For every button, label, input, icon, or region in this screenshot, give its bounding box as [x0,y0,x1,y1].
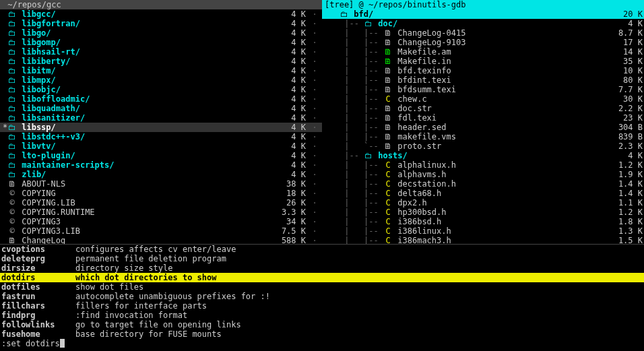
tree-branch: | |-- [340,28,383,38]
file-row[interactable]: | |-- 🗎 ChangeLog-04158.7 K [322,28,644,38]
option-row[interactable]: dotfilesshow dot files [0,282,644,292]
c-file-icon: C [383,217,393,226]
file-row[interactable]: | |-- C chew.c30 K [322,94,644,104]
file-size: 8.7 K [604,28,644,38]
tag-marker [3,198,7,208]
option-row[interactable]: followlinksgo to target file on opening … [0,320,644,329]
folder-icon: 🗀 [7,94,17,104]
file-row[interactable]: 🗀 libgomp/4 K · [0,38,322,47]
file-row[interactable]: © COPYING.LIB26 K · [0,198,322,208]
file-size: 1.4 K [604,189,644,198]
file-row[interactable]: © COPYING.RUNTIME3.3 K · [0,208,322,217]
file-row[interactable]: | |-- 🗎 bfd.texinfo10 K [322,66,644,75]
file-row[interactable]: 🗀 libobjc/4 K · [0,85,322,94]
option-row[interactable]: dotdirswhich dot directories to show [0,273,644,282]
file-row[interactable]: © COPYING3.LIB7.5 K · [0,226,322,236]
tag-marker [3,75,7,85]
file-name: zlib/ [17,170,267,179]
file-name: maintainer-scripts/ [17,160,267,170]
file-row[interactable]: 🗀 libvtv/4 K · [0,141,322,151]
tree-branch: | |-- [340,132,383,141]
option-row[interactable]: fusehomebase directory for FUSE mounts [0,329,644,339]
file-row[interactable]: | `-- 🗎 proto.str2.3 K [322,141,644,151]
file-row[interactable]: | |-- C alphalinux.h1.2 K [322,160,644,170]
file-row[interactable]: 🗀 libquadmath/4 K · [0,104,322,113]
file-row[interactable]: | |-- C i386mach3.h1.5 K [322,236,644,244]
file-name: liboffloadmic/ [17,94,267,104]
command-line[interactable]: :set dotdirs [0,339,644,348]
folder-icon: 🗀 [7,123,17,132]
file-row[interactable]: *🗀 libssp/4 K · [0,123,322,132]
file-row[interactable]: 🗀 libmpx/4 K · [0,75,322,85]
file-row[interactable]: 🗀 libgcc/4 K · [0,9,322,19]
file-name: i386bsd.h [393,217,604,226]
right-pane[interactable]: [tree] @ ~/repos/binutils-gdb 🗀 bfd/20 K… [322,0,644,244]
file-name: libhsail-rt/ [17,47,267,57]
folder-icon: 🗀 [7,75,17,85]
file-row[interactable]: © COPYING18 K · [0,189,322,198]
pane-divider-dot: · [307,47,322,57]
file-row[interactable]: | |-- 🗎 fdl.texi23 K [322,113,644,123]
pane-divider-dot: · [307,151,322,160]
file-name: libvtv/ [17,141,267,151]
file-row[interactable]: 🗀 libstdc++-v3/4 K · [0,132,322,141]
c-file-icon: C [383,226,393,236]
pane-divider-dot: · [307,236,322,244]
file-row[interactable]: 🗀 zlib/4 K · [0,170,322,179]
file-row[interactable]: | |-- 🗎 makefile.vms839 B [322,132,644,141]
file-row[interactable]: | |-- C i386bsd.h1.8 K [322,217,644,226]
file-icon: 🗎 [383,85,393,94]
option-row[interactable]: fillcharsfillers for interface parts [0,301,644,311]
file-row[interactable]: 🗀 libhsail-rt/4 K · [0,47,322,57]
file-row[interactable]: 🗎 ABOUT-NLS38 K · [0,179,322,189]
file-row[interactable]: 🗀 bfd/20 K [322,9,644,19]
option-desc: go to target file on opening links [75,320,241,329]
file-row[interactable]: | |-- C hp300bsd.h1.2 K [322,208,644,217]
file-size: 30 K [604,94,644,104]
file-row[interactable]: | |-- 🗎 bfdint.texi80 K [322,75,644,85]
file-row[interactable]: © COPYING334 K · [0,217,322,226]
file-row[interactable]: | |-- 🗎 ChangeLog-910317 K [322,38,644,47]
file-row[interactable]: 🗀 libgo/4 K · [0,28,322,38]
file-row[interactable]: | |-- 🗎 bfdsumm.texi7.7 K [322,85,644,94]
c-file-icon: C [383,189,393,198]
file-row[interactable]: 🗀 libsanitizer/4 K · [0,113,322,123]
file-row[interactable]: | |-- 🗎 doc.str2.2 K [322,104,644,113]
file-name: makefile.vms [393,132,604,141]
tag-marker [3,217,7,226]
tag-marker: * [3,123,7,132]
option-row[interactable]: deleteprgpermanent file deletion program [0,254,644,263]
file-row[interactable]: |-- 🗀 hosts/4 K [322,151,644,160]
file-row[interactable]: 🗀 lto-plugin/4 K · [0,151,322,160]
file-row[interactable]: 🗀 libiberty/4 K · [0,57,322,66]
file-row[interactable]: | |-- 🗎 Makefile.am14 K [322,47,644,57]
option-row[interactable]: cvoptionsconfigures affects cv enter/lea… [0,245,644,254]
file-row[interactable]: 🗀 libgfortran/4 K · [0,19,322,28]
option-row[interactable]: findprg:find invocation format [0,311,644,320]
file-row[interactable]: | |-- C delta68.h1.4 K [322,189,644,198]
file-row[interactable]: |-- 🗀 doc/4 K [322,19,644,28]
file-row[interactable]: 🗀 liboffloadmic/4 K · [0,94,322,104]
file-row[interactable]: | |-- C i386linux.h1.3 K [322,226,644,236]
file-size: 4 K [604,19,644,28]
file-size: 4 K [267,94,307,104]
file-icon: 🗎 [7,236,17,244]
file-row[interactable]: 🗎 ChangeLog588 K · [0,236,322,244]
file-row[interactable]: | |-- 🗎 header.sed304 B [322,123,644,132]
options-list[interactable]: cvoptionsconfigures affects cv enter/lea… [0,244,644,339]
option-desc: show dot files [75,282,143,292]
file-row[interactable]: | |-- C dpx2.h1.1 K [322,198,644,208]
file-row[interactable]: 🗀 libitm/4 K · [0,66,322,75]
option-row[interactable]: dirsizedirectory size style [0,263,644,273]
file-row[interactable]: | |-- C decstation.h1.4 K [322,179,644,189]
file-size: 4 K [267,85,307,94]
left-pane[interactable]: ~/repos/gcc 🗀 libgcc/4 K · 🗀 libgfortran… [0,0,322,244]
file-row[interactable]: | |-- C alphavms.h1.9 K [322,170,644,179]
file-name: COPYING3.LIB [17,226,267,236]
file-row[interactable]: 🗀 maintainer-scripts/4 K · [0,160,322,170]
left-file-list[interactable]: 🗀 libgcc/4 K · 🗀 libgfortran/4 K · 🗀 lib… [0,9,322,244]
option-row[interactable]: fastrunautocomplete unambiguous prefixes… [0,292,644,301]
file-row[interactable]: | |-- 🗎 Makefile.in35 K [322,57,644,66]
option-key: followlinks [1,320,75,329]
right-file-list[interactable]: 🗀 bfd/20 K |-- 🗀 doc/4 K | |-- 🗎 ChangeL… [322,9,644,244]
